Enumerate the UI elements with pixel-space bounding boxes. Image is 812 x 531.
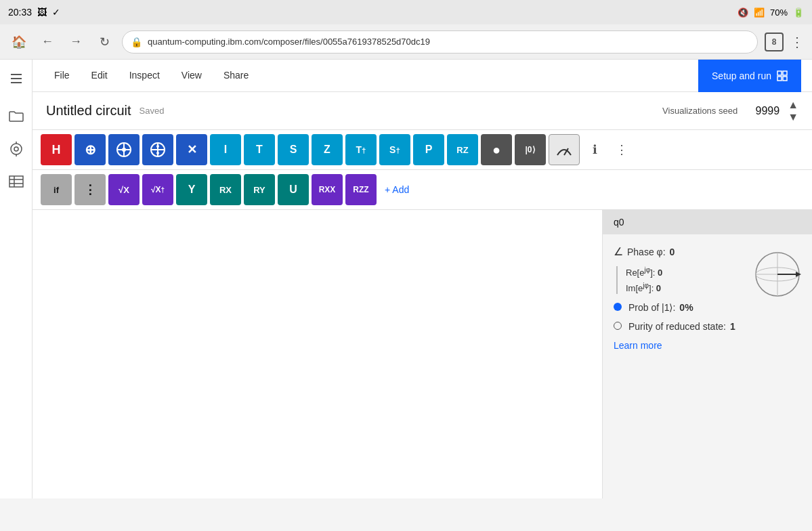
svg-rect-1 — [11, 78, 22, 79]
svg-rect-2 — [11, 82, 22, 83]
battery-display: 70% — [770, 7, 788, 18]
tab-count[interactable]: 8 — [765, 33, 784, 51]
gate-if[interactable]: if — [41, 174, 72, 205]
sidebar-icon-menu[interactable] — [3, 65, 30, 92]
forward-button[interactable]: → — [65, 31, 87, 53]
gate-controlled-Y[interactable] — [142, 134, 173, 165]
back-button[interactable]: ← — [37, 31, 58, 53]
circuit-title-bar: Untitled circuit Saved Visualizations se… — [33, 92, 812, 130]
svg-rect-14 — [783, 77, 787, 81]
circuit-canvas-area: q 0 c1 H H + q0 — [33, 210, 812, 498]
saved-badge: Saved — [140, 106, 165, 116]
svg-point-4 — [14, 147, 18, 151]
svg-rect-13 — [777, 77, 782, 81]
setup-run-button[interactable]: Setup and run — [698, 60, 801, 92]
info-panel-header: q0 — [603, 210, 812, 234]
sidebar-icon-circuit[interactable] — [3, 135, 30, 163]
gate-sqrtXdg[interactable]: √X† — [142, 174, 173, 205]
gate-RX[interactable]: RX — [210, 174, 241, 205]
gate-RZ[interactable]: RZ — [447, 134, 478, 165]
sidebar-icon-folder[interactable] — [3, 103, 30, 130]
menu-bar: File Edit Inspect View Share Setup and r… — [33, 60, 812, 92]
browser-chrome: 🏠 ← → ↻ 🔒 quantum-computing.ibm.com/comp… — [0, 24, 812, 60]
home-button[interactable]: 🏠 — [8, 31, 30, 53]
status-bar: 20:33 🖼 ✓ 🔇 📶 70% 🔋 — [0, 0, 812, 24]
vis-seed-label: Visualizations seed — [662, 106, 738, 116]
gate-H[interactable]: H — [41, 134, 72, 165]
svg-point-18 — [122, 148, 126, 152]
vis-seed-value[interactable]: 9999 — [746, 105, 779, 117]
wifi-icon: 📶 — [754, 7, 765, 18]
gate-Sdg[interactable]: S† — [379, 134, 410, 165]
gate-iswap[interactable] — [108, 134, 140, 165]
svg-rect-7 — [9, 176, 23, 187]
time-display: 20:33 — [8, 7, 32, 18]
browser-more-button[interactable]: ⋮ — [790, 34, 804, 50]
learn-more-link[interactable]: Learn more — [614, 340, 801, 351]
gate-U[interactable]: U — [278, 174, 309, 205]
mute-icon: 🔇 — [738, 7, 748, 18]
battery-icon: 🔋 — [793, 7, 804, 18]
url-text: quantum-computing.ibm.com/composer/files… — [148, 37, 430, 47]
circuit-title: Untitled circuit — [46, 103, 131, 119]
address-bar[interactable]: 🔒 quantum-computing.ibm.com/composer/fil… — [122, 30, 758, 54]
gate-toolbar-row2: if ⋮ √X √X† Y RX RY U RXX RZZ + Add — [33, 170, 812, 210]
reload-button[interactable]: ↻ — [93, 31, 115, 53]
sidebar-icon-table[interactable] — [3, 168, 30, 195]
gate-reset[interactable]: ● — [481, 134, 512, 165]
gate-toolbar-row1: H ⊕ — [33, 130, 812, 170]
gate-measure[interactable] — [549, 134, 580, 165]
menu-share[interactable]: Share — [213, 60, 259, 92]
gate-P[interactable]: P — [413, 134, 444, 165]
gate-info-button[interactable]: ℹ — [582, 137, 607, 162]
gate-X-controlled[interactable]: ⊕ — [74, 134, 106, 165]
gate-Tdg[interactable]: T† — [345, 134, 377, 165]
gate-sqrtX[interactable]: √X — [108, 174, 140, 205]
gate-S[interactable]: S — [278, 134, 309, 165]
gate-SWAP[interactable]: ✕ — [176, 134, 207, 165]
svg-point-22 — [156, 145, 159, 148]
notification-icon: 🖼 — [37, 7, 47, 18]
gate-Z[interactable]: Z — [312, 134, 343, 165]
bloch-sphere — [754, 251, 801, 298]
gate-I[interactable]: I — [210, 134, 241, 165]
circuit-canvas[interactable]: q 0 c1 H H + — [33, 210, 602, 498]
svg-point-23 — [156, 152, 159, 154]
sidebar — [0, 60, 33, 498]
info-panel: q0 ∠ Phase φ: 0 Re[ejφ]: 0 — [602, 210, 812, 498]
svg-rect-0 — [11, 74, 22, 75]
gate-init0[interactable]: |0⟩ — [515, 134, 546, 165]
purity-indicator — [614, 322, 622, 330]
content-area: File Edit Inspect View Share Setup and r… — [33, 60, 812, 498]
menu-items: File Edit Inspect View Share — [43, 60, 698, 92]
gate-RZZ[interactable]: RZZ — [345, 174, 377, 205]
purity-value: 1 — [730, 321, 735, 332]
purity-label: Purity of reduced state: — [628, 321, 726, 332]
gate-T[interactable]: T — [244, 134, 275, 165]
gate-Y[interactable]: Y — [176, 174, 207, 205]
gate-more-button[interactable]: ⋮ — [610, 137, 634, 162]
menu-file[interactable]: File — [43, 60, 81, 92]
gate-barrier[interactable]: ⋮ — [74, 174, 106, 205]
svg-rect-12 — [783, 71, 787, 75]
lock-icon: 🔒 — [131, 37, 142, 47]
menu-edit[interactable]: Edit — [81, 60, 119, 92]
menu-inspect[interactable]: Inspect — [119, 60, 171, 92]
svg-rect-11 — [777, 71, 782, 75]
add-gate-button[interactable]: + Add — [379, 184, 414, 195]
seed-stepper[interactable]: ▲ ▼ — [788, 99, 798, 123]
svg-point-3 — [11, 144, 22, 154]
menu-view[interactable]: View — [171, 60, 213, 92]
main-layout: File Edit Inspect View Share Setup and r… — [0, 60, 812, 498]
gate-RXX[interactable]: RXX — [312, 174, 343, 205]
gate-RY[interactable]: RY — [244, 174, 275, 205]
checkmark-icon: ✓ — [52, 7, 60, 18]
purity-row: Purity of reduced state: 1 — [614, 321, 801, 332]
